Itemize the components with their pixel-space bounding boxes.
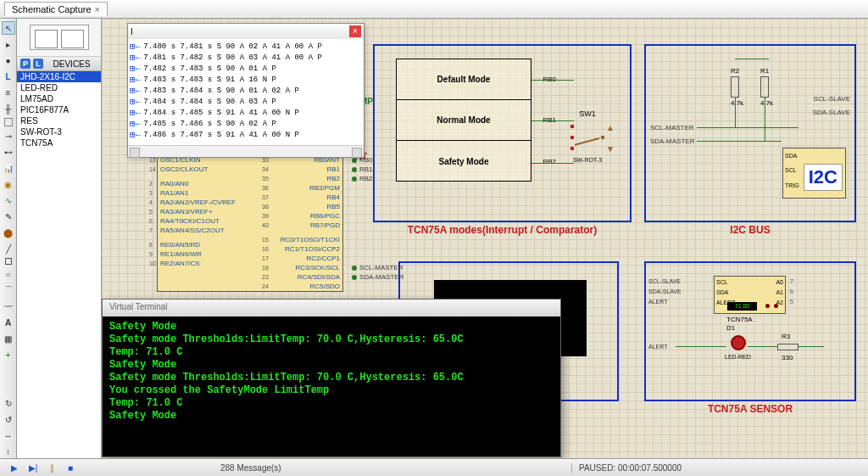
- rotary-switch[interactable]: SW1 ▲ ▼ SW-ROT-3: [562, 109, 613, 160]
- mode-grid: Default ModeRB0 Normal ModeRB1 Safety Mo…: [396, 59, 531, 182]
- subcircuit-tool[interactable]: [4, 118, 13, 126]
- close-icon[interactable]: ×: [95, 4, 100, 14]
- mirror-h-tool[interactable]: ↔: [2, 428, 15, 442]
- bus-tool[interactable]: ╫: [2, 102, 15, 115]
- terminal-tool[interactable]: ⊸: [2, 129, 15, 143]
- library-icon[interactable]: L: [33, 59, 43, 69]
- log-body: ⊞←7.480 s 7.481 s S 90 A 02 A 41 A 00 A …: [128, 39, 364, 145]
- schematic-canvas[interactable]: I × ⊞←7.480 s 7.481 s S 90 A 02 A 41 A 0…: [102, 19, 868, 458]
- expand-icon[interactable]: ⊞←: [130, 107, 141, 118]
- arc-tool[interactable]: ⌒: [2, 283, 15, 297]
- expand-icon[interactable]: ⊞←: [130, 52, 141, 63]
- device-item[interactable]: RES: [17, 115, 101, 126]
- terminal-output: Safety Mode Safety mode Thresholds:Limit…: [103, 316, 560, 427]
- message-count[interactable]: 288 Message(s): [85, 463, 571, 473]
- device-item[interactable]: PIC16F877A: [17, 104, 101, 115]
- tab-schematic[interactable]: Schematic Capture ×: [4, 2, 108, 16]
- box-tool[interactable]: [5, 258, 12, 265]
- virtual-terminal[interactable]: Virtual Terminal Safety Mode Safety mode…: [102, 299, 561, 457]
- component-tool[interactable]: ▸: [2, 37, 15, 51]
- mode-default: Default ModeRB0: [397, 59, 531, 100]
- temp-down-icon[interactable]: [765, 304, 770, 308]
- plus-tool[interactable]: +: [2, 348, 15, 361]
- rotate-ccw-tool[interactable]: ↺: [2, 412, 15, 426]
- terminal-titlebar[interactable]: Virtual Terminal: [103, 300, 560, 316]
- expand-icon[interactable]: ⊞←: [130, 96, 141, 107]
- led-d1: [731, 335, 746, 350]
- i2c-debugger-chip[interactable]: SDA SCL TRIG I2C: [782, 148, 846, 199]
- generator-tool[interactable]: ∿: [2, 193, 15, 207]
- device-item[interactable]: JHD-2X16-I2C: [17, 71, 101, 82]
- modes-block: COMP INT Default ModeRB0 Normal ModeRB1 …: [373, 44, 632, 222]
- mode-safety: Safety ModeRB2: [397, 141, 531, 182]
- device-item[interactable]: TCN75A: [17, 137, 101, 148]
- temp-up-icon[interactable]: [774, 304, 778, 308]
- tab-bar: Schematic Capture ×: [0, 0, 868, 19]
- block-title: I2C BUS: [646, 224, 854, 236]
- device-item[interactable]: SW-ROT-3: [17, 126, 101, 137]
- probe-tool[interactable]: ✎: [2, 210, 15, 223]
- pause-button[interactable]: ∥: [46, 462, 58, 473]
- block-title: TCN75A modes(Interrupt / Comparator): [375, 224, 630, 236]
- mirror-v-tool[interactable]: ↕: [2, 445, 15, 458]
- text-a-tool[interactable]: A: [2, 316, 15, 329]
- label-tool[interactable]: L: [2, 70, 15, 83]
- circle-tool[interactable]: ○: [2, 267, 15, 281]
- text-tool[interactable]: ≡: [2, 86, 15, 99]
- tab-label: Schematic Capture: [12, 4, 92, 14]
- switch-down-icon[interactable]: ▼: [606, 144, 615, 154]
- selection-tool[interactable]: ↖: [2, 21, 15, 35]
- expand-icon[interactable]: ⊞←: [130, 85, 141, 96]
- scrollbar[interactable]: [128, 145, 364, 157]
- sim-status: PAUSED: 00:00:07.500000: [571, 463, 868, 473]
- switch-up-icon[interactable]: ▲: [606, 123, 615, 132]
- i2c-bus-block: R24.7k R14.7k SCL-MASTER SDA-MASTER SCL-…: [644, 44, 856, 222]
- pick-icon[interactable]: P: [20, 59, 31, 69]
- rotate-cw-tool[interactable]: ↻: [2, 396, 15, 410]
- device-item[interactable]: LED-RED: [17, 82, 101, 93]
- tool-palette: ↖ ▸ ● L ≡ ╫ ⊸ ⊷ 📊 ◉ ∿ ✎ ⬤ ╱ ○ ⌒ 〰 A ▦ + …: [0, 19, 17, 458]
- devices-header: P L DEVICES: [17, 57, 101, 71]
- mode-normal: Normal ModeRB1: [397, 100, 531, 141]
- block-title: TCN75A SENSOR: [646, 403, 854, 415]
- i2c-debug-window[interactable]: I × ⊞←7.480 s 7.481 s S 90 A 02 A 41 A 0…: [127, 23, 364, 158]
- pin-tool[interactable]: ⊷: [2, 145, 15, 159]
- status-bar: ▶ ▶| ∥ ■ 288 Message(s) PAUSED: 00:00:07…: [0, 458, 868, 476]
- sensor-block: SCL-SLAVE SDA-SLAVE ALERT SCL SDA ALERT …: [644, 261, 856, 401]
- side-panel: P L DEVICES JHD-2X16-I2C LED-RED LM75AD …: [17, 19, 102, 458]
- expand-icon[interactable]: ⊞←: [130, 118, 141, 129]
- component-preview: [17, 19, 101, 57]
- expand-icon[interactable]: ⊞←: [130, 74, 141, 85]
- play-button[interactable]: ▶: [8, 462, 20, 473]
- stop-button[interactable]: ■: [64, 462, 76, 473]
- expand-icon[interactable]: ⊞←: [130, 63, 141, 74]
- line-tool[interactable]: ╱: [2, 242, 15, 255]
- device-item[interactable]: LM75AD: [17, 93, 101, 104]
- symbol-tool[interactable]: ▦: [2, 332, 15, 345]
- close-icon[interactable]: ×: [349, 25, 361, 37]
- temperature-display: 71.00: [727, 302, 757, 311]
- step-button[interactable]: ▶|: [27, 462, 39, 473]
- window-title: I: [131, 27, 133, 36]
- graph-tool[interactable]: 📊: [2, 161, 15, 175]
- tape-tool[interactable]: ◉: [2, 177, 15, 191]
- device-list[interactable]: JHD-2X16-I2C LED-RED LM75AD PIC16F877A R…: [17, 71, 101, 458]
- path-tool[interactable]: 〰: [2, 300, 15, 313]
- expand-icon[interactable]: ⊞←: [130, 129, 141, 140]
- mcu-pic16f877a[interactable]: 13OSC1/CLKIN14OSC2/CLKOUT2RA0/AN03RA1/AN…: [157, 154, 343, 292]
- instrument-tool[interactable]: ⬤: [2, 226, 15, 239]
- expand-icon[interactable]: ⊞←: [130, 41, 141, 52]
- junction-tool[interactable]: ●: [2, 53, 15, 67]
- tcn75a-chip[interactable]: SCL SDA ALERT A0 A1 A2 71.00: [714, 276, 786, 314]
- window-titlebar[interactable]: I ×: [128, 24, 364, 39]
